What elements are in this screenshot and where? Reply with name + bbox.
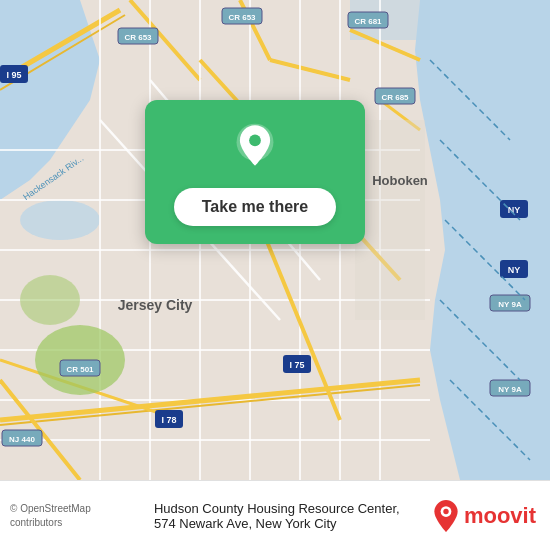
svg-text:NY: NY [508,265,521,275]
location-card: Take me there [145,100,365,244]
bottom-bar: © OpenStreetMap contributors Hudson Coun… [0,480,550,550]
svg-text:I 95: I 95 [6,70,21,80]
take-me-there-button[interactable]: Take me there [174,188,336,226]
svg-point-3 [20,200,100,240]
svg-text:NY 9A: NY 9A [498,300,522,309]
svg-text:CR 501: CR 501 [66,365,94,374]
osm-credit: © OpenStreetMap contributors [10,502,144,530]
moovit-logo: moovit [432,499,536,533]
location-pin-icon [229,122,281,174]
svg-text:CR 653: CR 653 [124,33,152,42]
svg-rect-36 [355,120,425,320]
svg-text:NY 9A: NY 9A [498,385,522,394]
location-address: Hudson County Housing Resource Center, 5… [154,501,422,531]
svg-text:NJ 440: NJ 440 [9,435,35,444]
svg-text:CR 681: CR 681 [354,17,382,26]
svg-text:CR 653: CR 653 [228,13,256,22]
svg-point-35 [20,275,80,325]
svg-text:I 75: I 75 [289,360,304,370]
svg-point-75 [443,508,448,513]
moovit-logo-text: moovit [464,503,536,529]
svg-text:Hoboken: Hoboken [372,173,428,188]
svg-text:I 78: I 78 [161,415,176,425]
svg-point-73 [249,135,261,147]
osm-credit-text: © OpenStreetMap contributors [10,503,91,528]
moovit-pin-icon [432,499,460,533]
map-container: CR 653 CR 653 CR 681 CR 685 I 95 I 78 I … [0,0,550,480]
svg-text:CR 685: CR 685 [381,93,409,102]
svg-text:Jersey City: Jersey City [118,297,193,313]
